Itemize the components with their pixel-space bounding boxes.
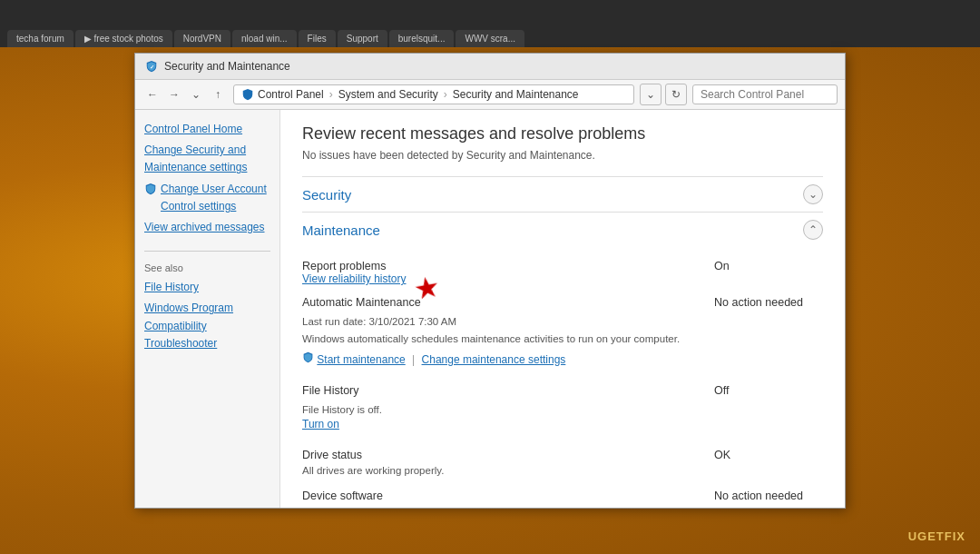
address-bar: ← → ⌄ ↑ Control Panel › System and Secur… (135, 80, 845, 110)
browser-tab-8[interactable]: WWV scra... (456, 30, 524, 47)
file-history-status: Off (714, 384, 823, 397)
path-segment-1[interactable]: Control Panel (258, 88, 324, 101)
auto-maintenance-desc: Windows automatically schedules maintena… (302, 331, 680, 347)
sidebar-see-also-section: See also File History Windows Program Co… (144, 262, 270, 352)
control-panel-window: ✓ Security and Maintenance ← → ⌄ ↑ Contr… (134, 53, 846, 509)
shield-link-icon (302, 351, 314, 363)
file-history-left: File History File History is off. Turn o… (302, 384, 382, 438)
sidebar-file-history[interactable]: File History (144, 279, 270, 296)
dropdown-button[interactable]: ⌄ (186, 84, 206, 104)
title-bar-text: Security and Maintenance (164, 60, 290, 73)
main-content: Control Panel Home Change Security and M… (135, 110, 845, 508)
svg-text:✓: ✓ (150, 64, 154, 70)
auto-maintenance-links: Start maintenance | Change maintenance s… (302, 351, 680, 366)
browser-tab-6[interactable]: Support (338, 30, 387, 47)
address-path: Control Panel › System and Security › Se… (233, 84, 634, 104)
file-history-detail-block: File History is off. Turn on (302, 397, 382, 438)
device-software-label: Device software (302, 490, 383, 502)
browser-tab-2[interactable]: ▶ free stock photos (75, 30, 172, 47)
report-problems-label: Report problems (302, 260, 407, 272)
path-sep-2: › (444, 88, 447, 101)
nav-buttons: ← → ⌄ ↑ (142, 84, 228, 104)
auto-maintenance-label: Automatic Maintenance (302, 296, 680, 309)
page-subtitle: No issues have been detected by Security… (302, 149, 823, 162)
maintenance-section-header[interactable]: Maintenance ⌃ (302, 212, 823, 247)
maintenance-title: Maintenance (302, 223, 380, 238)
file-history-row: File History File History is off. Turn o… (302, 379, 823, 443)
drive-status-row: Drive status All drives are working prop… (302, 443, 823, 484)
sidebar-item-uac-link[interactable]: Change User Account Control settings (161, 181, 270, 215)
path-segment-3: Security and Maintenance (453, 88, 579, 101)
browser-bar: techa forum ▶ free stock photos NordVPN … (0, 0, 980, 47)
browser-tab-7[interactable]: burelsquit... (389, 30, 455, 47)
dropdown-addr-button[interactable]: ⌄ (640, 84, 662, 105)
browser-tab-5[interactable]: Files (299, 30, 336, 47)
drive-status-detail: All drives are working properly. (302, 463, 444, 479)
auto-maintenance-status: No action needed (714, 296, 823, 309)
auto-maintenance-run-date: Last run date: 3/10/2021 7:30 AM (302, 314, 680, 330)
drive-status-label: Drive status (302, 449, 444, 461)
security-toggle[interactable]: ⌄ (803, 184, 823, 204)
sidebar: Control Panel Home Change Security and M… (135, 110, 280, 508)
page-title: Review recent messages and resolve probl… (302, 124, 823, 143)
maintenance-content: Report problems View reliability history… (302, 247, 823, 508)
refresh-button[interactable]: ↻ (665, 84, 687, 105)
report-problems-row: Report problems View reliability history… (302, 254, 823, 291)
security-section-header[interactable]: Security ⌄ (302, 176, 823, 212)
sidebar-main-section: Control Panel Home Change Security and M… (144, 121, 270, 236)
report-problems-status: On (714, 260, 823, 272)
sidebar-item-change-security[interactable]: Change Security and Maintenance settings (144, 142, 270, 176)
path-shield-icon (241, 88, 254, 101)
browser-tab-3[interactable]: NordVPN (174, 30, 230, 47)
pipe-separator: | (412, 353, 415, 366)
forward-button[interactable]: → (164, 84, 184, 104)
path-segment-2[interactable]: System and Security (338, 88, 438, 101)
view-reliability-history-link[interactable]: View reliability history (302, 272, 407, 285)
back-button[interactable]: ← (142, 84, 162, 104)
file-history-turn-on-link[interactable]: Turn on (302, 418, 339, 430)
auto-maintenance-row: Automatic Maintenance Last run date: 3/1… (302, 291, 823, 379)
auto-maintenance-left: Automatic Maintenance Last run date: 3/1… (302, 296, 680, 373)
change-maintenance-settings-link[interactable]: Change maintenance settings (422, 353, 566, 366)
device-software-status: No action needed (714, 490, 823, 502)
up-button[interactable]: ↑ (208, 84, 228, 104)
sidebar-item-archived[interactable]: View archived messages (144, 219, 270, 236)
sidebar-divider (144, 251, 270, 252)
maintenance-shield-icon (302, 351, 314, 363)
sidebar-item-control-panel-home[interactable]: Control Panel Home (144, 121, 270, 138)
shield-icon: ✓ (145, 60, 158, 73)
drive-status-status: OK (714, 449, 823, 461)
maintenance-toggle[interactable]: ⌃ (803, 220, 823, 240)
file-history-label: File History (302, 384, 382, 397)
see-also-label: See also (144, 262, 270, 273)
search-input[interactable] (692, 84, 838, 104)
uac-shield-icon (144, 183, 157, 195)
security-title: Security (302, 187, 351, 203)
window-icon: ✓ (144, 59, 159, 74)
watermark: UGETFIX (908, 529, 965, 543)
address-controls: ⌄ ↻ (640, 84, 687, 105)
start-maintenance-link[interactable]: Start maintenance (317, 353, 405, 366)
title-bar: ✓ Security and Maintenance (135, 54, 845, 80)
sidebar-item-uac: Change User Account Control settings (144, 181, 270, 215)
file-history-detail: File History is off. (302, 402, 382, 418)
content-panel: Review recent messages and resolve probl… (280, 110, 845, 508)
browser-tabs: techa forum ▶ free stock photos NordVPN … (7, 0, 524, 47)
drive-status-left: Drive status All drives are working prop… (302, 449, 444, 479)
device-software-left: Device software (302, 490, 383, 502)
auto-maintenance-detail: Last run date: 3/10/2021 7:30 AM Windows… (302, 309, 680, 373)
browser-tab-4[interactable]: nload win... (232, 30, 297, 47)
browser-tab-1[interactable]: techa forum (7, 30, 74, 47)
sidebar-compatibility[interactable]: Windows Program Compatibility Troublesho… (144, 300, 270, 352)
device-software-row: Device software No action needed (302, 484, 823, 508)
path-sep-1: › (329, 88, 333, 101)
report-problems-left: Report problems View reliability history (302, 260, 407, 285)
